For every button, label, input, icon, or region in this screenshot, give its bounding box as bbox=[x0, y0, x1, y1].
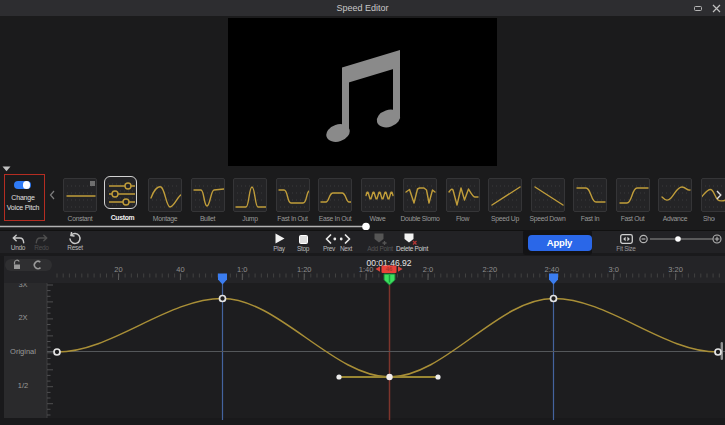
svg-text:2:0: 2:0 bbox=[423, 265, 433, 274]
svg-text:Original: Original bbox=[10, 347, 36, 356]
svg-text:2X: 2X bbox=[18, 313, 27, 322]
svg-text:1:0: 1:0 bbox=[237, 265, 247, 274]
svg-text:3:20: 3:20 bbox=[668, 265, 683, 274]
svg-text:3:0: 3:0 bbox=[608, 265, 618, 274]
svg-text:1:20: 1:20 bbox=[297, 265, 312, 274]
svg-text:2:20: 2:20 bbox=[483, 265, 498, 274]
svg-text:46: 46 bbox=[386, 266, 393, 272]
svg-text:1/2: 1/2 bbox=[18, 381, 28, 390]
svg-text:20: 20 bbox=[114, 265, 122, 274]
svg-text:2:40: 2:40 bbox=[544, 265, 559, 274]
svg-text:40: 40 bbox=[176, 265, 184, 274]
